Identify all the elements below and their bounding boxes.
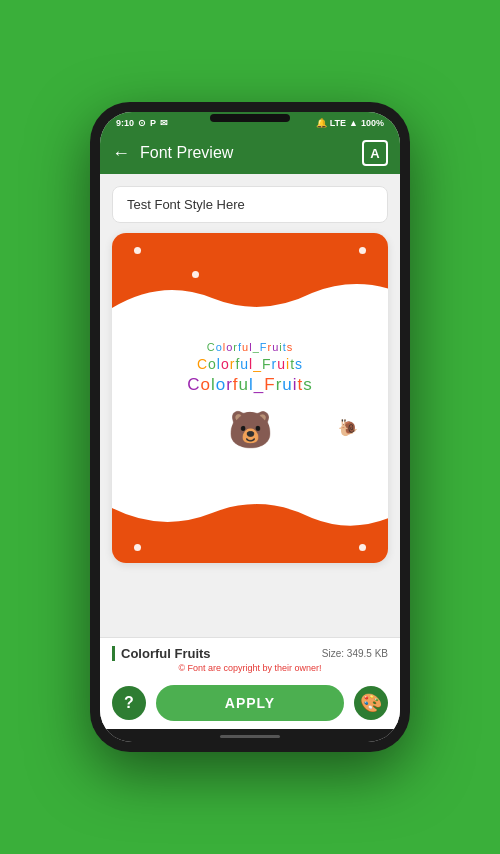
home-bar	[220, 735, 280, 738]
bottom-bar: ? APPLY 🎨	[100, 677, 400, 729]
wave-top-svg	[112, 278, 388, 313]
card-middle: Colorful_Fruits Colorful_Fruits Colorful…	[112, 313, 388, 493]
page-title: Font Preview	[140, 144, 352, 162]
dot-top-mid	[192, 271, 199, 278]
copyright-text: © Font are copyright by their owner!	[112, 663, 388, 673]
card-top-orange	[112, 233, 388, 313]
bear-decoration: 🐻	[228, 409, 273, 451]
palette-icon: 🎨	[360, 692, 382, 714]
status-media-icon: ⊙	[138, 118, 146, 128]
font-text-medium: Colorful_Fruits	[197, 356, 303, 372]
dot-bottom-right	[359, 544, 366, 551]
apply-button[interactable]: APPLY	[156, 685, 344, 721]
phone-screen: 9:10 ⊙ P ✉ 🔔 LTE ▲ 100% ← Font Preview A	[100, 112, 400, 742]
card-bottom-orange	[112, 493, 388, 563]
phone-notch	[210, 114, 290, 122]
status-time: 9:10	[116, 118, 134, 128]
status-lte: LTE	[330, 118, 346, 128]
status-mail-icon: ✉	[160, 118, 168, 128]
info-row-main: Colorful Fruits Size: 349.5 KB	[112, 646, 388, 661]
palette-button[interactable]: 🎨	[354, 686, 388, 720]
status-battery: 100%	[361, 118, 384, 128]
status-volume-icon: 🔔	[316, 118, 327, 128]
font-name-label: Colorful Fruits	[112, 646, 211, 661]
wave-bottom-svg	[112, 493, 388, 528]
dot-top-right	[359, 247, 366, 254]
snail-decoration: 🐌	[338, 418, 358, 437]
content-area: Colorful_Fruits Colorful_Fruits Colorful…	[100, 174, 400, 637]
font-text-large: Colorful_Fruits	[187, 375, 313, 395]
top-bar: ← Font Preview A	[100, 132, 400, 174]
dot-top-left	[134, 247, 141, 254]
font-text-small: Colorful_Fruits	[207, 341, 294, 353]
dot-bottom-left	[134, 544, 141, 551]
status-vpn-icon: P	[150, 118, 156, 128]
font-size-label: Size: 349.5 KB	[322, 648, 388, 659]
font-card: Colorful_Fruits Colorful_Fruits Colorful…	[112, 233, 388, 563]
status-right: 🔔 LTE ▲ 100%	[316, 118, 384, 128]
status-left: 9:10 ⊙ P ✉	[116, 118, 168, 128]
back-button[interactable]: ←	[112, 144, 130, 162]
font-preview-input[interactable]	[112, 186, 388, 223]
phone-frame: 9:10 ⊙ P ✉ 🔔 LTE ▲ 100% ← Font Preview A	[90, 102, 410, 752]
font-icon-button[interactable]: A	[362, 140, 388, 166]
status-signal-icon: ▲	[349, 118, 358, 128]
home-indicator	[100, 729, 400, 742]
help-button[interactable]: ?	[112, 686, 146, 720]
info-bar: Colorful Fruits Size: 349.5 KB © Font ar…	[100, 637, 400, 677]
font-name-display: Colorful_Fruits Colorful_Fruits Colorful…	[187, 341, 313, 395]
